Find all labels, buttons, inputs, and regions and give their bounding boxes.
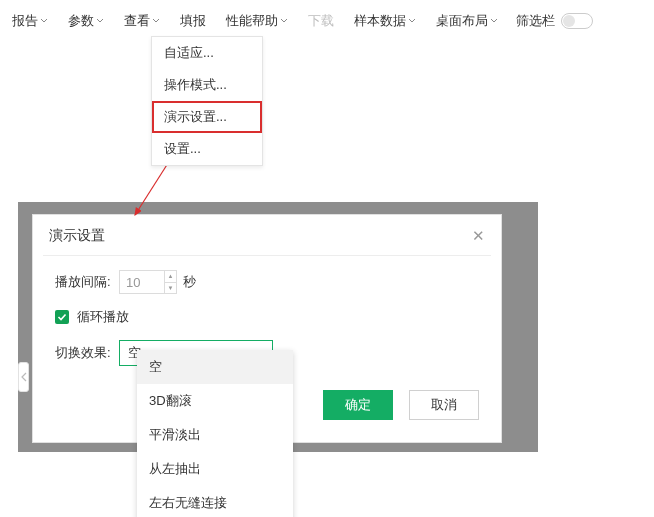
dropdown-item-label: 自适应... [164,45,214,60]
button-label: 确定 [345,396,371,414]
interval-stepper[interactable]: ▲ ▼ [119,270,177,294]
option-empty[interactable]: 空 [137,350,293,384]
option-3d-roll[interactable]: 3D翻滚 [137,384,293,418]
menu-view[interactable]: 查看 [114,8,170,34]
option-seamless-lr[interactable]: 左右无缝连接 [137,486,293,517]
loop-checkbox[interactable]: 循环播放 [55,308,129,326]
ok-button[interactable]: 确定 [323,390,393,420]
menu-label: 报告 [12,12,38,30]
menu-label: 查看 [124,12,150,30]
menu-perf-help[interactable]: 性能帮助 [216,8,298,34]
dropdown-item-settings[interactable]: 设置... [152,133,262,165]
filter-toggle-label: 筛选栏 [516,12,555,30]
chevron-down-icon [408,18,416,24]
menu-fill[interactable]: 填报 [170,8,216,34]
divider [43,255,491,256]
row-loop: 循环播放 [55,308,479,326]
dialog-backdrop: 演示设置 ✕ 播放间隔: ▲ ▼ 秒 [18,202,538,452]
dropdown-item-opmode[interactable]: 操作模式... [152,69,262,101]
menu-label: 下载 [308,12,334,30]
menu-label: 样本数据 [354,12,406,30]
option-label: 平滑淡出 [149,427,201,442]
loop-label: 循环播放 [77,308,129,326]
spin-down-icon[interactable]: ▼ [165,283,176,294]
menu-label: 桌面布局 [436,12,488,30]
checkbox-checked-icon [55,310,69,324]
menubar: 报告 参数 查看 填报 性能帮助 下载 样本数据 桌面布局 筛选栏 [0,0,654,44]
effect-options-list: 空 3D翻滚 平滑淡出 从左抽出 左右无缝连接 上下无缝连接 [137,350,293,517]
option-slide-left[interactable]: 从左抽出 [137,452,293,486]
interval-label: 播放间隔: [55,273,119,291]
option-label: 左右无缝连接 [149,495,227,510]
option-label: 从左抽出 [149,461,201,476]
interval-input[interactable] [120,271,164,293]
button-label: 取消 [431,396,457,414]
chevron-down-icon [96,18,104,24]
menu-params[interactable]: 参数 [58,8,114,34]
cancel-button[interactable]: 取消 [409,390,479,420]
interval-unit: 秒 [183,273,196,291]
effect-label: 切换效果: [55,344,119,362]
menu-label: 性能帮助 [226,12,278,30]
option-fade[interactable]: 平滑淡出 [137,418,293,452]
option-label: 3D翻滚 [149,393,192,408]
dropdown-item-label: 设置... [164,141,201,156]
chevron-down-icon [490,18,498,24]
menu-desktop-layout[interactable]: 桌面布局 [426,8,508,34]
dropdown-item-adaptive[interactable]: 自适应... [152,37,262,69]
menu-download: 下载 [298,8,344,34]
menu-label: 参数 [68,12,94,30]
dialog-title: 演示设置 [49,227,105,245]
toggle-switch-icon[interactable] [561,13,593,29]
filter-toggle[interactable]: 筛选栏 [516,12,593,30]
menu-report[interactable]: 报告 [2,8,58,34]
dropdown-item-presentation-settings[interactable]: 演示设置... [152,101,262,133]
menu-label: 填报 [180,12,206,30]
chevron-down-icon [280,18,288,24]
chevron-down-icon [152,18,160,24]
spin-controls: ▲ ▼ [164,271,176,293]
dialog-header: 演示设置 ✕ [33,215,501,255]
row-interval: 播放间隔: ▲ ▼ 秒 [55,270,479,294]
spin-up-icon[interactable]: ▲ [165,271,176,283]
close-icon[interactable]: ✕ [472,227,485,245]
scroll-handle[interactable] [18,362,29,392]
dropdown-item-label: 操作模式... [164,77,227,92]
dropdown-item-label: 演示设置... [164,109,227,124]
chevron-down-icon [40,18,48,24]
option-label: 空 [149,359,162,374]
view-dropdown: 自适应... 操作模式... 演示设置... 设置... [151,36,263,166]
menu-sample-data[interactable]: 样本数据 [344,8,426,34]
